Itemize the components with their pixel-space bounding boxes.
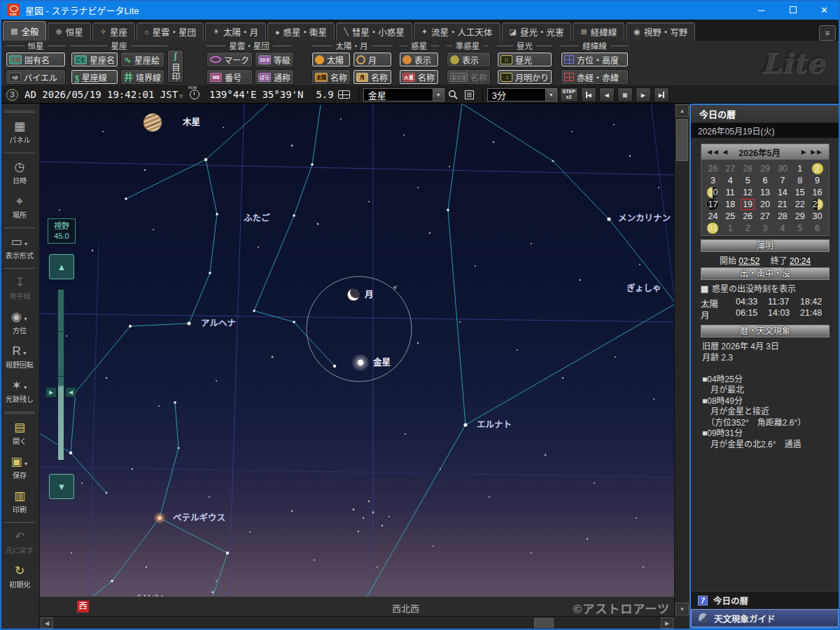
day-badge[interactable]: 3 xyxy=(6,89,18,101)
stop-button[interactable]: ■ xyxy=(617,88,633,102)
toolbar-button-mark[interactable]: マーク xyxy=(206,52,253,67)
tab-nebula[interactable]: ○星雲・星団 xyxy=(136,22,204,41)
scroll-left-icon[interactable]: ◀ xyxy=(41,617,53,629)
vertical-scrollbar[interactable]: ▲ ▼ xyxy=(674,104,689,616)
tab-grid-lines[interactable]: ⊞経緯線 xyxy=(573,22,624,41)
close-button[interactable]: ✕ xyxy=(808,0,840,20)
calendar-day[interactable]: 24 xyxy=(704,210,722,222)
calendar-day[interactable]: 3 xyxy=(757,222,774,234)
calendar-next-buttons[interactable]: ▶ ▶▶ xyxy=(802,148,823,155)
calendar-day[interactable]: 6 xyxy=(808,222,826,234)
calendar-day[interactable]: 5 xyxy=(739,174,757,186)
maximize-button[interactable] xyxy=(777,0,808,20)
calendar-day[interactable]: 16 xyxy=(808,186,826,198)
toolbar-button-azimuth-grid[interactable]: 方位・高度 xyxy=(561,52,629,67)
toolbar-button-moon-name[interactable]: 月名称 xyxy=(353,69,392,85)
toolbar-button-bayer[interactable]: αβバイエル xyxy=(6,69,66,85)
chevron-down-icon[interactable]: ▼ xyxy=(24,461,29,466)
calendar-day[interactable]: 2 xyxy=(808,162,826,174)
checkbox-icon[interactable] xyxy=(701,286,708,293)
toolbar-button-sun-name[interactable]: 太陽名称 xyxy=(312,69,351,85)
toolbar-button-planet-show[interactable]: 表示 xyxy=(399,52,439,67)
star-chart[interactable]: ふたごアルヘナメンカリナンぎょしゃエルナトオリオン木星月金星ベテルギウス xyxy=(40,104,674,596)
tab-fixed-stars[interactable]: ⊕恒星 xyxy=(48,22,90,41)
tab-astro-guide[interactable]: 天文現象ガイド xyxy=(691,609,839,627)
tab-meteor[interactable]: ✦流星・人工天体 xyxy=(414,22,500,41)
minimize-button[interactable]: ─ xyxy=(746,0,777,20)
sidebar-item-display-format[interactable]: ▭▼表示形式 xyxy=(1,231,39,265)
zoom-slider-handle-left[interactable]: ▶ xyxy=(46,387,57,398)
calendar-day[interactable]: 31 xyxy=(704,222,722,234)
toolbar-button-common-name[interactable]: ばら通称 xyxy=(255,69,294,85)
toolbar-button-magnitude[interactable]: 10.0等級 xyxy=(255,52,294,67)
calendar-day[interactable]: 29 xyxy=(757,162,774,174)
calendar-day[interactable]: 12 xyxy=(739,186,757,198)
keyboard-icon[interactable] xyxy=(338,90,350,99)
toolbar-button-planet-name[interactable]: 火星名称 xyxy=(399,69,439,85)
calendar-day[interactable]: 20 xyxy=(757,198,774,210)
interval-combobox[interactable]: 3分 ▼ xyxy=(487,88,557,102)
calendar-day[interactable]: 26 xyxy=(739,210,757,222)
calendar-day[interactable]: 18 xyxy=(722,198,739,210)
sidebar-item-panel[interactable]: ▦パネル xyxy=(1,115,39,150)
calendar-day[interactable]: 17 xyxy=(704,198,722,210)
calendar-day[interactable]: 2 xyxy=(739,222,757,234)
skip-back-button[interactable]: ◀ xyxy=(581,88,596,102)
zoom-slider-handle-right[interactable]: ◀ xyxy=(65,387,76,398)
toolbar-button-sun[interactable]: 太陽 xyxy=(312,52,351,67)
calendar-day[interactable]: 23 xyxy=(808,198,826,210)
chevron-down-icon[interactable]: ▼ xyxy=(545,89,556,101)
calendar-day-today[interactable]: 19 xyxy=(739,198,757,210)
calendar-day[interactable]: 30 xyxy=(808,210,826,222)
toolbar-button-const-line[interactable]: ʒ星座線 xyxy=(71,69,118,85)
calendar-day[interactable]: 30 xyxy=(774,162,791,174)
play-button[interactable]: ▶ xyxy=(636,88,651,102)
chevron-down-icon[interactable]: ▼ xyxy=(23,385,28,390)
toolbar-button-const-name[interactable]: こと星座名 xyxy=(71,52,118,67)
twilight-end-time[interactable]: 20:24 xyxy=(790,256,811,266)
now-clock-icon[interactable] xyxy=(190,90,200,99)
tab-menu-icon[interactable]: ≡ xyxy=(819,25,836,41)
toolbar-button-const-art[interactable]: ∿星座絵 xyxy=(120,52,164,67)
sidebar-item-location[interactable]: ⌖場所 xyxy=(1,190,39,225)
chevron-down-icon[interactable]: ▼ xyxy=(433,89,444,101)
calendar-prev-buttons[interactable]: ◀◀ ◀ xyxy=(707,148,729,155)
planet-riseset-checkbox-row[interactable]: 惑星の出没時刻を表示 xyxy=(701,282,830,294)
longitude[interactable]: 139°44'E xyxy=(209,89,256,100)
calendar-day[interactable]: 3 xyxy=(704,174,722,186)
datetime-display[interactable]: AD 2026/05/19 19:42:01 JST xyxy=(24,89,178,100)
sidebar-item-azimuth[interactable]: ◉▼方位 xyxy=(1,306,39,340)
calendar-day[interactable]: 10 xyxy=(704,186,722,198)
toolbar-button-moonlight[interactable]: ☽月明かり xyxy=(497,69,552,85)
tab-daylight[interactable]: ◪昼光・光害 xyxy=(502,22,572,41)
calendar-day[interactable]: 11 xyxy=(722,186,739,198)
calendar-day[interactable]: 8 xyxy=(791,174,808,186)
step-back-button[interactable]: ◀ xyxy=(599,88,615,102)
calendar-day[interactable]: 5 xyxy=(791,222,808,234)
latitude[interactable]: 35°39'N xyxy=(262,89,303,100)
target-combobox[interactable]: 金星 ▼ xyxy=(363,88,444,102)
scroll-up-icon[interactable]: ▲ xyxy=(676,104,689,117)
tab-today-calendar[interactable]: 7 今日の暦 xyxy=(691,591,839,609)
calendar-day[interactable]: 9 xyxy=(808,174,826,186)
toolbar-button-daylight[interactable]: ∷昼光 xyxy=(497,52,552,67)
tab-sun-moon[interactable]: ☀太陽・月 xyxy=(205,22,266,41)
calendar-day[interactable]: 29 xyxy=(791,210,808,222)
tab-general[interactable]: ▩全般 xyxy=(3,21,46,41)
list-icon[interactable] xyxy=(463,88,477,102)
calendar-day[interactable]: 22 xyxy=(791,198,808,210)
calendar-day[interactable]: 6 xyxy=(757,174,774,186)
calendar-day[interactable]: 13 xyxy=(757,186,774,198)
skip-forward-button[interactable]: ▶ xyxy=(654,88,669,102)
calendar-day[interactable]: 26 xyxy=(704,162,722,174)
calendar-day[interactable]: 7 xyxy=(774,174,791,186)
toolbar-button-dwarf-name[interactable]: エリス名称 xyxy=(447,69,491,85)
tab-planet[interactable]: ●惑星・衛星 xyxy=(267,22,335,41)
calendar-day[interactable]: 4 xyxy=(774,222,791,234)
tab-constellation[interactable]: ✧星座 xyxy=(92,22,135,41)
sidebar-item-save[interactable]: ▣▼保存 xyxy=(1,451,39,485)
zoom-out-button[interactable]: ▼ xyxy=(49,474,74,499)
calendar-day[interactable]: 28 xyxy=(739,162,757,174)
toolbar-button-boundary[interactable]: 井境界線 xyxy=(120,69,164,85)
chevron-down-icon[interactable]: ▼ xyxy=(24,241,29,246)
